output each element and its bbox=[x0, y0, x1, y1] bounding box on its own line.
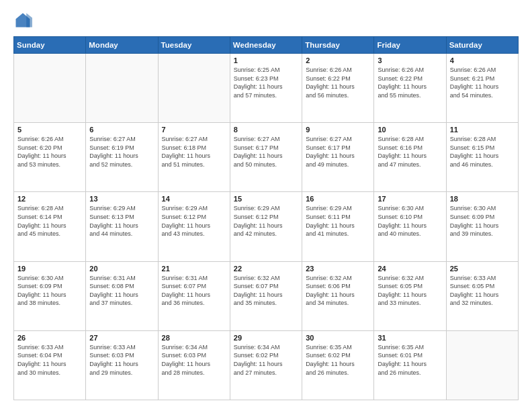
day-number: 23 bbox=[306, 265, 370, 273]
day-cell-21: 21Sunrise: 6:31 AM Sunset: 6:07 PM Dayli… bbox=[158, 261, 230, 330]
week-row-4: 19Sunrise: 6:30 AM Sunset: 6:09 PM Dayli… bbox=[14, 261, 519, 330]
day-info: Sunrise: 6:32 AM Sunset: 6:06 PM Dayligh… bbox=[306, 274, 370, 308]
day-info: Sunrise: 6:33 AM Sunset: 6:04 PM Dayligh… bbox=[17, 343, 82, 377]
day-cell-6: 6Sunrise: 6:27 AM Sunset: 6:19 PM Daylig… bbox=[86, 123, 158, 192]
day-number: 15 bbox=[234, 195, 298, 203]
day-number: 30 bbox=[306, 334, 370, 342]
weekday-header-sunday: Sunday bbox=[14, 37, 86, 54]
weekday-header-friday: Friday bbox=[374, 37, 446, 54]
day-number: 13 bbox=[89, 195, 154, 203]
header bbox=[13, 11, 519, 30]
week-row-2: 5Sunrise: 6:26 AM Sunset: 6:20 PM Daylig… bbox=[14, 123, 519, 192]
week-row-1: 1Sunrise: 6:25 AM Sunset: 6:23 PM Daylig… bbox=[14, 54, 519, 123]
day-cell-29: 29Sunrise: 6:34 AM Sunset: 6:02 PM Dayli… bbox=[230, 330, 302, 400]
day-cell-30: 30Sunrise: 6:35 AM Sunset: 6:02 PM Dayli… bbox=[302, 330, 374, 400]
day-number: 26 bbox=[17, 334, 82, 342]
day-info: Sunrise: 6:26 AM Sunset: 6:21 PM Dayligh… bbox=[450, 66, 515, 99]
logo-icon bbox=[13, 11, 32, 30]
weekday-header-thursday: Thursday bbox=[302, 37, 374, 54]
day-info: Sunrise: 6:32 AM Sunset: 6:05 PM Dayligh… bbox=[378, 274, 442, 308]
day-info: Sunrise: 6:35 AM Sunset: 6:02 PM Dayligh… bbox=[306, 343, 370, 377]
day-cell-23: 23Sunrise: 6:32 AM Sunset: 6:06 PM Dayli… bbox=[302, 261, 374, 330]
day-info: Sunrise: 6:29 AM Sunset: 6:11 PM Dayligh… bbox=[306, 204, 370, 238]
day-info: Sunrise: 6:28 AM Sunset: 6:14 PM Dayligh… bbox=[17, 204, 82, 238]
day-number: 18 bbox=[450, 195, 515, 203]
svg-marker-1 bbox=[26, 13, 32, 28]
day-info: Sunrise: 6:29 AM Sunset: 6:12 PM Dayligh… bbox=[234, 204, 298, 238]
day-number: 22 bbox=[234, 265, 298, 273]
day-cell-14: 14Sunrise: 6:29 AM Sunset: 6:12 PM Dayli… bbox=[158, 192, 230, 261]
day-number: 19 bbox=[17, 265, 82, 273]
day-cell-16: 16Sunrise: 6:29 AM Sunset: 6:11 PM Dayli… bbox=[302, 192, 374, 261]
day-number: 10 bbox=[378, 126, 442, 134]
day-number: 5 bbox=[17, 126, 82, 134]
week-row-5: 26Sunrise: 6:33 AM Sunset: 6:04 PM Dayli… bbox=[14, 330, 519, 400]
day-cell-15: 15Sunrise: 6:29 AM Sunset: 6:12 PM Dayli… bbox=[230, 192, 302, 261]
weekday-header-monday: Monday bbox=[86, 37, 158, 54]
day-info: Sunrise: 6:31 AM Sunset: 6:08 PM Dayligh… bbox=[89, 274, 154, 308]
logo bbox=[13, 11, 35, 30]
day-cell-1: 1Sunrise: 6:25 AM Sunset: 6:23 PM Daylig… bbox=[230, 54, 302, 123]
day-info: Sunrise: 6:27 AM Sunset: 6:17 PM Dayligh… bbox=[306, 135, 370, 169]
empty-cell bbox=[86, 54, 158, 123]
day-info: Sunrise: 6:26 AM Sunset: 6:20 PM Dayligh… bbox=[17, 135, 82, 169]
day-cell-31: 31Sunrise: 6:35 AM Sunset: 6:01 PM Dayli… bbox=[374, 330, 446, 400]
day-info: Sunrise: 6:35 AM Sunset: 6:01 PM Dayligh… bbox=[378, 343, 442, 377]
day-cell-26: 26Sunrise: 6:33 AM Sunset: 6:04 PM Dayli… bbox=[14, 330, 86, 400]
day-number: 25 bbox=[450, 265, 515, 273]
day-number: 20 bbox=[89, 265, 154, 273]
day-info: Sunrise: 6:30 AM Sunset: 6:09 PM Dayligh… bbox=[450, 204, 515, 238]
day-number: 28 bbox=[162, 334, 226, 342]
day-number: 3 bbox=[378, 56, 442, 64]
day-number: 17 bbox=[378, 195, 442, 203]
day-info: Sunrise: 6:25 AM Sunset: 6:23 PM Dayligh… bbox=[234, 66, 298, 99]
day-cell-25: 25Sunrise: 6:33 AM Sunset: 6:05 PM Dayli… bbox=[446, 261, 518, 330]
day-number: 6 bbox=[89, 126, 154, 134]
day-cell-8: 8Sunrise: 6:27 AM Sunset: 6:17 PM Daylig… bbox=[230, 123, 302, 192]
day-cell-13: 13Sunrise: 6:29 AM Sunset: 6:13 PM Dayli… bbox=[86, 192, 158, 261]
day-cell-11: 11Sunrise: 6:28 AM Sunset: 6:15 PM Dayli… bbox=[446, 123, 518, 192]
empty-cell bbox=[158, 54, 230, 123]
day-cell-4: 4Sunrise: 6:26 AM Sunset: 6:21 PM Daylig… bbox=[446, 54, 518, 123]
day-cell-10: 10Sunrise: 6:28 AM Sunset: 6:16 PM Dayli… bbox=[374, 123, 446, 192]
day-info: Sunrise: 6:30 AM Sunset: 6:10 PM Dayligh… bbox=[378, 204, 442, 238]
day-number: 31 bbox=[378, 334, 442, 342]
weekday-header-saturday: Saturday bbox=[446, 37, 518, 54]
day-number: 2 bbox=[306, 56, 370, 64]
day-info: Sunrise: 6:29 AM Sunset: 6:12 PM Dayligh… bbox=[162, 204, 226, 238]
week-row-3: 12Sunrise: 6:28 AM Sunset: 6:14 PM Dayli… bbox=[14, 192, 519, 261]
day-info: Sunrise: 6:27 AM Sunset: 6:18 PM Dayligh… bbox=[162, 135, 226, 169]
day-cell-7: 7Sunrise: 6:27 AM Sunset: 6:18 PM Daylig… bbox=[158, 123, 230, 192]
day-cell-5: 5Sunrise: 6:26 AM Sunset: 6:20 PM Daylig… bbox=[14, 123, 86, 192]
day-info: Sunrise: 6:27 AM Sunset: 6:17 PM Dayligh… bbox=[234, 135, 298, 169]
day-number: 4 bbox=[450, 56, 515, 64]
day-number: 27 bbox=[89, 334, 154, 342]
day-number: 29 bbox=[234, 334, 298, 342]
day-cell-27: 27Sunrise: 6:33 AM Sunset: 6:03 PM Dayli… bbox=[86, 330, 158, 400]
day-info: Sunrise: 6:34 AM Sunset: 6:03 PM Dayligh… bbox=[162, 343, 226, 377]
day-info: Sunrise: 6:28 AM Sunset: 6:15 PM Dayligh… bbox=[450, 135, 515, 169]
day-cell-9: 9Sunrise: 6:27 AM Sunset: 6:17 PM Daylig… bbox=[302, 123, 374, 192]
weekday-header-wednesday: Wednesday bbox=[230, 37, 302, 54]
day-info: Sunrise: 6:28 AM Sunset: 6:16 PM Dayligh… bbox=[378, 135, 442, 169]
day-number: 14 bbox=[162, 195, 226, 203]
page: SundayMondayTuesdayWednesdayThursdayFrid… bbox=[0, 0, 532, 411]
day-cell-2: 2Sunrise: 6:26 AM Sunset: 6:22 PM Daylig… bbox=[302, 54, 374, 123]
day-number: 7 bbox=[162, 126, 226, 134]
day-info: Sunrise: 6:33 AM Sunset: 6:05 PM Dayligh… bbox=[450, 274, 515, 308]
day-info: Sunrise: 6:32 AM Sunset: 6:07 PM Dayligh… bbox=[234, 274, 298, 308]
day-info: Sunrise: 6:30 AM Sunset: 6:09 PM Dayligh… bbox=[17, 274, 82, 308]
day-info: Sunrise: 6:31 AM Sunset: 6:07 PM Dayligh… bbox=[162, 274, 226, 308]
day-number: 11 bbox=[450, 126, 515, 134]
day-info: Sunrise: 6:34 AM Sunset: 6:02 PM Dayligh… bbox=[234, 343, 298, 377]
day-cell-28: 28Sunrise: 6:34 AM Sunset: 6:03 PM Dayli… bbox=[158, 330, 230, 400]
day-cell-18: 18Sunrise: 6:30 AM Sunset: 6:09 PM Dayli… bbox=[446, 192, 518, 261]
day-cell-19: 19Sunrise: 6:30 AM Sunset: 6:09 PM Dayli… bbox=[14, 261, 86, 330]
day-info: Sunrise: 6:27 AM Sunset: 6:19 PM Dayligh… bbox=[89, 135, 154, 169]
day-number: 21 bbox=[162, 265, 226, 273]
day-info: Sunrise: 6:29 AM Sunset: 6:13 PM Dayligh… bbox=[89, 204, 154, 238]
day-cell-3: 3Sunrise: 6:26 AM Sunset: 6:22 PM Daylig… bbox=[374, 54, 446, 123]
day-cell-17: 17Sunrise: 6:30 AM Sunset: 6:10 PM Dayli… bbox=[374, 192, 446, 261]
empty-cell bbox=[446, 330, 518, 400]
day-cell-12: 12Sunrise: 6:28 AM Sunset: 6:14 PM Dayli… bbox=[14, 192, 86, 261]
